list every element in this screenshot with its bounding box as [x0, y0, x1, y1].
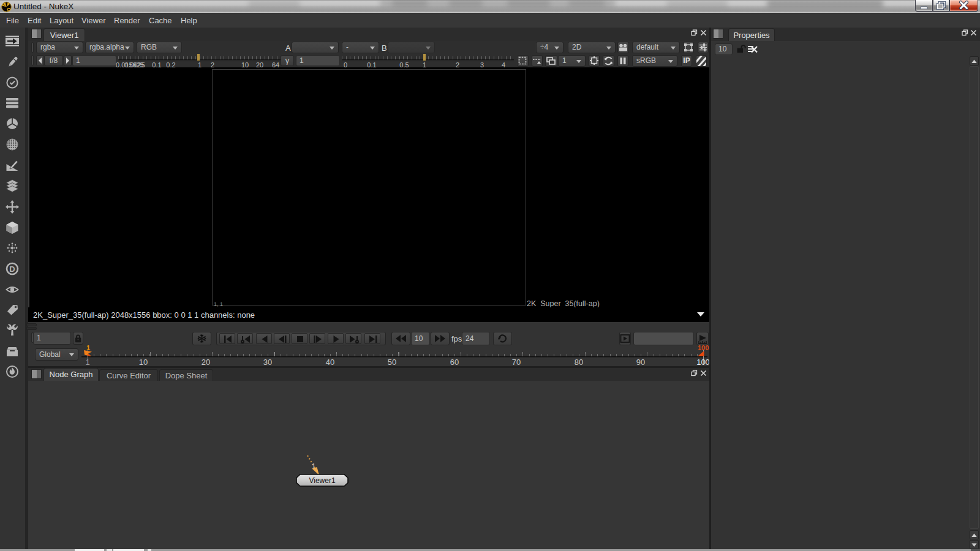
- svg-text:Viewer1: Viewer1: [309, 476, 335, 485]
- svg-text:D: D: [9, 264, 15, 274]
